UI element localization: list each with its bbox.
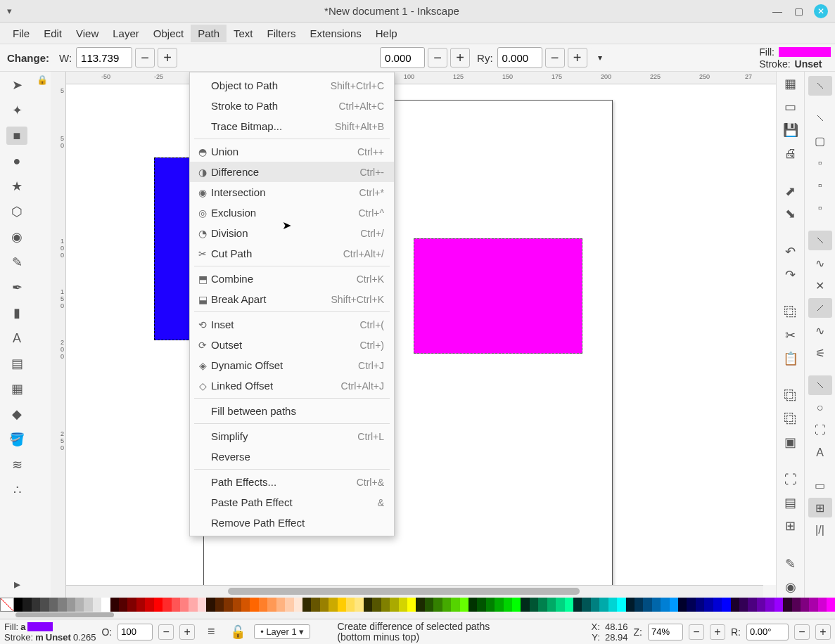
palette-swatch[interactable] [49, 598, 58, 612]
palette-swatch[interactable] [372, 598, 381, 612]
palette-swatch[interactable] [338, 598, 346, 612]
palette-swatch[interactable] [591, 598, 599, 612]
palette-swatch[interactable] [801, 598, 809, 612]
palette-swatch[interactable] [355, 598, 363, 612]
opacity-increment[interactable]: + [179, 624, 195, 640]
dropper-tool-icon[interactable]: ◆ [6, 405, 27, 423]
snap-page-icon[interactable]: ▭ [808, 475, 832, 495]
snap-toggle-icon[interactable]: ⟍ [808, 76, 832, 96]
palette-swatch[interactable] [364, 598, 372, 612]
palette-swatch[interactable] [93, 598, 101, 612]
scrollbar-thumb[interactable] [228, 588, 580, 595]
palette-swatch[interactable] [40, 598, 49, 612]
palette-swatch[interactable] [276, 598, 285, 612]
palette-swatch[interactable] [731, 598, 739, 612]
lock-guides-icon[interactable]: 🔒 [37, 75, 48, 85]
menu-layer[interactable]: Layer [106, 25, 146, 42]
menuitem-intersection[interactable]: ◉IntersectionCtrl+* [190, 182, 394, 202]
snap-grid-icon[interactable]: ⊞ [808, 498, 832, 517]
canvas[interactable] [66, 84, 776, 585]
gradient-tool-icon[interactable]: ▤ [6, 354, 27, 373]
menu-help[interactable]: Help [369, 25, 404, 42]
palette-swatch[interactable] [538, 598, 547, 612]
palette-swatch[interactable] [259, 598, 267, 612]
snap-rotation-icon[interactable]: ⛶ [808, 420, 832, 440]
palette-swatch[interactable] [198, 598, 206, 612]
zoom-icon[interactable]: ⊞ [780, 518, 801, 534]
print-icon[interactable]: 🖨 [780, 146, 801, 162]
palette-swatch[interactable] [678, 598, 687, 612]
no-color-swatch[interactable] [0, 598, 14, 612]
menuitem-difference[interactable]: ◑DifferenceCtrl+- [190, 162, 394, 182]
snap-path-icon[interactable]: ∿ [808, 253, 832, 273]
palette-swatch[interactable] [329, 598, 337, 612]
star-tool-icon[interactable]: ★ [6, 177, 27, 195]
palette-swatch[interactable] [713, 598, 722, 612]
palette-swatch[interactable] [722, 598, 730, 612]
palette-swatch[interactable] [556, 598, 564, 612]
snap-node-icon[interactable]: ⟍ [808, 231, 832, 250]
palette-swatch[interactable] [416, 598, 424, 612]
rx-increment[interactable]: + [450, 48, 470, 67]
palette-swatch[interactable] [433, 598, 442, 612]
palette-swatch[interactable] [704, 598, 713, 612]
palette-swatch[interactable] [661, 598, 669, 612]
units-dropdown[interactable]: ▾ [590, 48, 610, 67]
palette-swatch[interactable] [23, 598, 31, 612]
palette-swatch[interactable] [504, 598, 512, 612]
palette-swatch[interactable] [765, 598, 774, 612]
node-tool-icon[interactable]: ✦ [6, 101, 27, 120]
palette-swatch[interactable] [495, 598, 503, 612]
palette-swatch[interactable] [643, 598, 651, 612]
snap-other-icon[interactable]: ⟍ [808, 375, 832, 395]
menuitem-inset[interactable]: ⟲InsetCtrl+( [190, 314, 394, 335]
cut-icon[interactable]: ✂ [780, 328, 801, 344]
xml-icon[interactable]: ▤ [780, 495, 801, 511]
palette-swatch[interactable] [635, 598, 643, 612]
palette-swatch[interactable] [783, 598, 791, 612]
rectangle-tool-icon[interactable]: ■ [6, 127, 27, 145]
palette-swatch[interactable] [626, 598, 635, 612]
duplicate-icon[interactable]: ⿻ [780, 388, 801, 404]
menu-edit[interactable]: Edit [37, 25, 69, 42]
opacity-input[interactable] [117, 624, 153, 640]
palette-swatch[interactable] [285, 598, 293, 612]
menu-extensions[interactable]: Extensions [302, 25, 368, 42]
colorwheel-icon[interactable]: ◉ [780, 579, 801, 595]
palette-swatch[interactable] [127, 598, 136, 612]
palette-swatch[interactable] [320, 598, 329, 612]
menu-text[interactable]: Text [227, 25, 260, 42]
palette-swatch[interactable] [608, 598, 617, 612]
palette-swatch[interactable] [407, 598, 416, 612]
menuitem-dynamic-offset[interactable]: ◈Dynamic OffsetCtrl+J [190, 355, 394, 375]
stroke-value[interactable]: Unset [795, 58, 822, 70]
menuitem-fill-between-paths[interactable]: Fill between paths [190, 401, 394, 421]
clone-icon[interactable]: ⿻ [780, 411, 801, 427]
palette-swatch[interactable] [302, 598, 311, 612]
menu-filters[interactable]: Filters [260, 25, 303, 42]
spray-tool-icon[interactable]: ∴ [6, 481, 27, 499]
open-icon[interactable]: ▭ [780, 99, 801, 115]
palette-swatch[interactable] [512, 598, 521, 612]
rx-decrement[interactable]: − [428, 48, 447, 67]
palette-swatch[interactable] [696, 598, 704, 612]
menu-file[interactable]: File [6, 25, 37, 42]
palette-swatch[interactable] [565, 598, 573, 612]
snap-center-icon[interactable]: ○ [808, 398, 832, 418]
layer-lock-icon[interactable]: 🔓 [227, 623, 248, 641]
palette-swatch[interactable] [172, 598, 180, 612]
more-tools-icon[interactable]: ▸ [6, 575, 27, 593]
rx-input[interactable] [380, 47, 425, 68]
snap-bbox-corner-icon[interactable]: ▫ [808, 153, 832, 173]
palette-swatch[interactable] [224, 598, 232, 612]
palette-swatch[interactable] [652, 598, 661, 612]
group-icon[interactable]: ▣ [780, 434, 801, 451]
menu-object[interactable]: Object [146, 25, 191, 42]
palette-swatch[interactable] [818, 598, 827, 612]
palette-swatch[interactable] [311, 598, 319, 612]
menuitem-cut-path[interactable]: ✂Cut PathCtrl+Alt+/ [190, 243, 394, 264]
palette-swatch[interactable] [827, 598, 835, 612]
snap-text-icon[interactable]: A [808, 443, 832, 463]
maximize-button[interactable]: ▢ [793, 6, 804, 17]
palette-swatch[interactable] [145, 598, 153, 612]
